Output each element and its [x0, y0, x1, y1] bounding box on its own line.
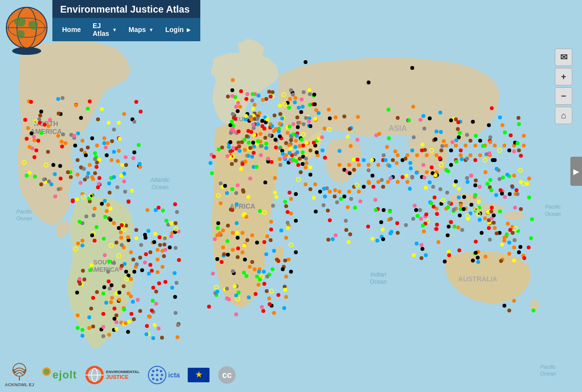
nav-home[interactable]: Home — [56, 22, 87, 37]
nav-links: Home EJ Atlas ▼ Maps ▼ Login ▶ — [52, 18, 200, 41]
svg-text:ASIA: ASIA — [388, 124, 407, 132]
svg-text:Pacific: Pacific — [16, 209, 32, 214]
svg-text:SOUTH: SOUTH — [93, 259, 115, 266]
svg-point-47 — [161, 374, 163, 376]
svg-text:Pacific: Pacific — [540, 364, 556, 370]
icta-logo[interactable]: icta — [147, 363, 180, 387]
svg-point-33 — [13, 369, 15, 371]
svg-point-2 — [476, 204, 503, 213]
svg-text:Ocean: Ocean — [545, 211, 561, 217]
svg-point-3 — [503, 212, 525, 220]
nav-bar: Environmental Justice Atlas Home EJ Atla… — [52, 0, 200, 41]
svg-text:Ocean: Ocean — [370, 278, 387, 285]
svg-point-43 — [156, 369, 158, 372]
svg-text:Ocean: Ocean — [540, 371, 556, 376]
nav-login[interactable]: Login ▶ — [160, 22, 196, 37]
svg-point-42 — [152, 370, 154, 373]
svg-text:Ocean: Ocean — [16, 215, 32, 221]
svg-text:AMERICA: AMERICA — [30, 128, 62, 135]
svg-point-36 — [44, 369, 49, 375]
map-controls: ✉ + − ⌂ — [555, 49, 572, 124]
svg-text:NORTH: NORTH — [34, 120, 58, 128]
zoom-in-button[interactable]: + — [555, 68, 572, 85]
svg-text:EUROPE: EUROPE — [235, 116, 260, 123]
svg-text:Indian: Indian — [371, 271, 387, 278]
environmental-justice-logo[interactable]: ENVIRONMENTAL JUSTICE — [85, 363, 140, 387]
svg-text:Pacific: Pacific — [545, 204, 561, 210]
svg-point-1 — [449, 193, 483, 205]
footer-logos: ACKNOWL EJ ejolt ENVIRONMENTAL JUSTICE — [5, 363, 237, 387]
world-map: NORTH AMERICA SOUTH AMERICA EUROPE AFRIC… — [0, 0, 582, 392]
svg-text:AUSTRALIA: AUSTRALIA — [458, 275, 498, 283]
maps-arrow: ▼ — [149, 27, 154, 33]
collapse-button[interactable]: ▶ — [570, 157, 582, 186]
svg-text:AMERICA: AMERICA — [90, 266, 119, 273]
ejolt-logo[interactable]: ejolt — [42, 363, 77, 387]
site-title: Environmental Justice Atlas — [52, 0, 200, 18]
ej-atlas-arrow: ▼ — [112, 27, 117, 33]
svg-point-46 — [156, 374, 158, 376]
envelope-button[interactable]: ✉ — [555, 49, 572, 66]
cc-logo[interactable]: cc — [217, 363, 237, 387]
acknowlej-logo[interactable]: ACKNOWL EJ — [5, 363, 34, 387]
login-arrow: ▶ — [187, 27, 191, 33]
map-container[interactable]: NORTH AMERICA SOUTH AMERICA EUROPE AFRIC… — [0, 0, 582, 392]
svg-point-31 — [14, 371, 16, 373]
svg-point-48 — [152, 378, 154, 380]
svg-point-32 — [23, 371, 25, 373]
svg-text:AFRICA: AFRICA — [230, 202, 256, 210]
svg-point-34 — [25, 369, 27, 371]
zoom-out-button[interactable]: − — [555, 87, 572, 105]
svg-point-45 — [151, 374, 153, 376]
svg-text:Atlantic: Atlantic — [150, 177, 169, 183]
svg-text:★: ★ — [194, 370, 202, 379]
svg-point-44 — [160, 370, 162, 373]
svg-point-49 — [156, 379, 158, 381]
eu-logo[interactable]: ★ — [188, 363, 210, 387]
svg-text:cc: cc — [222, 370, 232, 380]
globe-icon — [2, 2, 51, 56]
home-button[interactable]: ⌂ — [555, 107, 572, 124]
nav-ej-atlas[interactable]: EJ Atlas ▼ — [87, 18, 123, 41]
svg-point-50 — [160, 378, 162, 380]
svg-text:Ocean: Ocean — [151, 184, 169, 191]
nav-maps[interactable]: Maps ▼ — [123, 22, 160, 37]
